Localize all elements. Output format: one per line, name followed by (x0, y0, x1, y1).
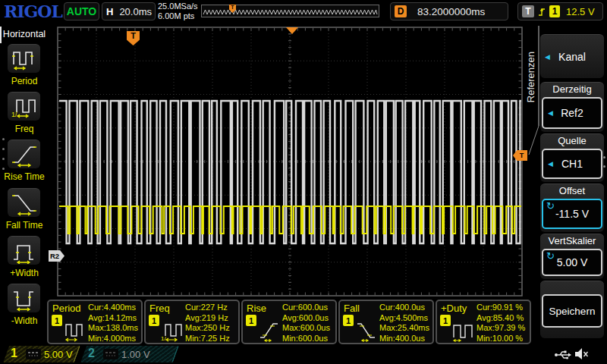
period-button[interactable] (8, 44, 40, 73)
back-arrow-icon: ◀ (548, 109, 553, 117)
menu-page-dot (2, 138, 5, 140)
meas-title: Period (52, 303, 81, 314)
meas-channel-badge: 1 (52, 315, 62, 326)
ch1-status[interactable]: 1 5.00 V (3, 346, 74, 362)
freq-meas-icon: 1/ (161, 319, 187, 344)
meas-channel-badge: 1 (246, 315, 256, 326)
ch1-scale: 5.00 V (44, 349, 73, 360)
ch2-coupling-icon (103, 349, 118, 359)
nwidth-button[interactable] (8, 284, 40, 312)
svg-text:1/: 1/ (11, 111, 17, 118)
measurement-freq[interactable]: Freq 1 1/ Cur:227 Hz Avg:219 Hz Max:250 … (144, 300, 240, 344)
pwidth-label: +Width (0, 268, 49, 278)
meas-title: Freq (149, 303, 170, 314)
left-menu-title: Horizontal (0, 29, 49, 39)
measurement-period[interactable]: Period 1 Cur:4.400ms Avg:14.12ms Max:138… (47, 300, 143, 344)
ch2-status[interactable]: 2 1.00 V (80, 346, 173, 362)
left-measure-menu: Horizontal Period 1/ Freq Rise Ti (0, 23, 49, 345)
rotate-knob-icon: ↻ (546, 200, 555, 212)
quelle-value: CH1 (561, 158, 583, 170)
offset-value-button[interactable]: ↻ -11.5 V (542, 199, 602, 229)
meas-title: +Duty (441, 303, 467, 314)
ch2-scale: 1.00 V (121, 349, 150, 360)
meas-values: Cur:400.0us Avg:4.500ms Max:25.40ms Min:… (379, 303, 434, 344)
nwidth-label: -Width (0, 315, 49, 326)
meas-channel-badge: 1 (343, 315, 354, 326)
fall-time-label: Fall Time (0, 220, 49, 231)
rise-time-icon (11, 142, 37, 168)
freq-label: Freq (0, 124, 49, 134)
nwidth-icon (11, 286, 37, 312)
derzeitig-value: Ref2 (561, 107, 583, 119)
pwidth-icon (11, 238, 37, 264)
kanal-label: Kanal (558, 51, 586, 63)
quelle-value-button[interactable]: ◀ CH1 (542, 149, 602, 179)
vertskalier-value: 5.00 V (557, 256, 587, 268)
speaker-muted-icon (574, 347, 590, 360)
back-arrow-icon: ◀ (548, 160, 553, 168)
meas-values: Cur:4.400ms Avg:14.12ms Max:138.0ms Min:… (88, 303, 143, 344)
fall-time-button[interactable] (8, 188, 40, 217)
pduty-meas-icon (452, 319, 478, 344)
speichern-label: Speichern (549, 306, 596, 317)
meas-values: Cur:227 Hz Avg:219 Hz Max:250 Hz Min:7.2… (185, 303, 240, 344)
vertskalier-value-button[interactable]: ↻ 5.00 V (542, 249, 602, 276)
ref-menu-tab: Referenzen (522, 27, 539, 127)
offset-label: Offset (540, 185, 604, 196)
ref-menu-tab-title: Referenzen (525, 52, 536, 102)
back-arrow-icon: ◀ (545, 53, 550, 61)
meas-channel-badge: 1 (440, 315, 451, 326)
rise-meas-icon (258, 319, 284, 344)
meas-channel-badge: 1 (149, 315, 159, 326)
rise-time-button[interactable] (8, 140, 40, 168)
oscilloscope-screen: RIGOL AUTO H 20.0ms 25.0MSa/s 6.00M pts … (0, 0, 607, 364)
menu-page-dot (603, 165, 605, 168)
ch2-number: 2 (88, 347, 95, 360)
meas-values: Cur:600.0us Avg:600.0us Max:600.0us Min:… (282, 303, 337, 344)
svg-text:1/: 1/ (161, 335, 166, 342)
meas-title: Rise (247, 303, 266, 314)
rise-time-label: Rise Time (0, 171, 49, 182)
pwidth-button[interactable] (8, 236, 40, 265)
ch1-number: 1 (11, 347, 17, 360)
measurement-fall[interactable]: Fall 1 Cur:400.0us Avg:4.500ms Max:25.40… (338, 300, 434, 344)
freq-icon: 1/ (11, 94, 37, 120)
menu-page-dot (603, 156, 605, 158)
period-icon (11, 46, 37, 72)
trigger-position-triangle-icon (286, 27, 298, 34)
freq-button[interactable]: 1/ (8, 92, 40, 121)
derzeitig-value-button[interactable]: ◀ Ref2 (542, 97, 602, 129)
quelle-label: Quelle (540, 135, 604, 146)
rotate-knob-icon: ↻ (546, 250, 555, 262)
ch1-coupling-icon (26, 349, 41, 359)
derzeitig-label: Derzeitig (540, 83, 604, 95)
measurement-pduty[interactable]: +Duty 1 Cur:90.91 % Avg:85.40 % Max:97.3… (436, 300, 531, 344)
menu-page-dot (2, 168, 5, 170)
vertskalier-label: VertSkalier (540, 235, 604, 246)
menu-page-dot (2, 158, 5, 160)
usb-icon (554, 349, 572, 361)
meas-title: Fall (344, 303, 360, 314)
fall-time-icon (11, 190, 37, 216)
period-meas-icon (64, 319, 90, 344)
right-softkey-menu: Referenzen ◀ Kanal Derzeitig ◀ Ref2 Quel… (522, 23, 607, 345)
measurement-rise[interactable]: Rise 1 Cur:600.0us Avg:600.0us Max:600.0… (241, 300, 337, 344)
fall-meas-icon (355, 319, 381, 344)
ref2-marker-text: R2 (50, 252, 59, 260)
kanal-softkey[interactable]: ◀ Kanal (540, 34, 604, 78)
speichern-button[interactable]: Speichern (542, 294, 602, 328)
meas-values: Cur:90.91 % Avg:85.40 % Max:97.39 % Min:… (476, 303, 531, 344)
offset-value: -11.5 V (555, 208, 589, 220)
period-label: Period (0, 76, 49, 86)
menu-page-dot (2, 148, 5, 150)
